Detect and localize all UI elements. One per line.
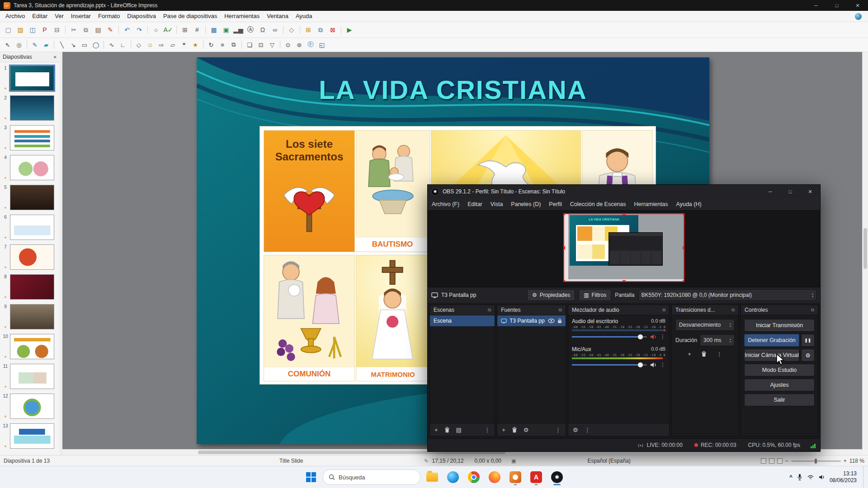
obs-menu-item[interactable]: Ayuda (H) <box>672 201 706 207</box>
slide-thumbnail-6[interactable]: 6 ✦ <box>0 212 60 242</box>
maximize-button[interactable]: □ <box>826 0 847 11</box>
line-arrow-icon[interactable]: ↘ <box>68 40 78 50</box>
slide-thumbnail[interactable] <box>10 304 54 329</box>
taskbar-item-obs[interactable]: ✱ <box>548 468 566 486</box>
separator[interactable] <box>104 41 104 49</box>
obs-menu-item[interactable]: Archivo (F) <box>428 201 463 207</box>
close-panel-icon[interactable]: ✕ <box>53 55 57 60</box>
separator[interactable] <box>65 26 66 34</box>
advanced-audio-icon[interactable]: ⚙ <box>573 427 578 433</box>
slide-thumbnail[interactable] <box>10 274 54 300</box>
taskbar-item-edge[interactable] <box>444 468 462 486</box>
slide-thumbnail-2[interactable]: 2 ✦ <box>0 93 60 123</box>
crop-image-icon[interactable]: ⊡ <box>256 40 266 50</box>
source-item[interactable]: T3 Pantalla pp <box>497 315 566 326</box>
virtual-camera-config-icon[interactable]: ⚙ <box>801 349 815 361</box>
duplicate-slide-icon[interactable]: ⧉ <box>315 24 326 35</box>
resize-handle[interactable] <box>683 246 684 249</box>
volume-icon[interactable] <box>819 474 825 480</box>
network-icon[interactable] <box>807 474 814 480</box>
fill-color-icon[interactable]: ▰ <box>41 40 51 50</box>
menu-item[interactable]: Ventana <box>263 11 292 22</box>
insert-table-icon[interactable]: ▦ <box>208 24 219 35</box>
pause-recording-button[interactable]: ❚❚ <box>801 334 815 347</box>
separator[interactable] <box>300 26 300 34</box>
paste-icon[interactable]: ▤ <box>93 24 104 35</box>
separator[interactable] <box>205 26 206 34</box>
special-character-icon[interactable]: Ω <box>257 24 268 35</box>
obs-maximize-button[interactable]: □ <box>780 185 800 198</box>
basic-shapes-icon[interactable]: ◇ <box>134 40 144 50</box>
fontwork-icon[interactable]: Ⓕ <box>306 40 316 50</box>
snap-guides-icon[interactable]: # <box>192 24 203 35</box>
show-desktop-strip[interactable] <box>863 466 865 488</box>
slide-thumbnail[interactable] <box>10 364 54 389</box>
studio-mode-button[interactable]: Modo Estudio <box>744 364 815 376</box>
impress-titlebar[interactable]: ▱ Tarea 3, Situación de aprendizaje.pptx… <box>0 0 868 11</box>
connector-icon[interactable]: ∟ <box>118 40 128 50</box>
selection-mode-icon[interactable]: ▣ <box>511 458 516 464</box>
channel-more-icon[interactable]: ⋮ <box>660 333 665 340</box>
separator[interactable] <box>54 41 54 49</box>
menu-item[interactable]: Formato <box>94 11 123 22</box>
spinner-icon[interactable]: ▴▾ <box>812 292 813 298</box>
slide-thumbnail[interactable] <box>10 215 54 240</box>
popout-icon[interactable]: ⧉ <box>811 307 814 313</box>
taskbar-search[interactable]: Búsqueda <box>323 469 420 485</box>
obs-menu-item[interactable]: Herramientas <box>630 201 672 207</box>
tray-overflow-icon[interactable]: ^ <box>789 474 793 480</box>
fit-page-icon[interactable] <box>761 458 766 464</box>
vertical-scrollbar[interactable] <box>862 52 868 450</box>
callouts-icon[interactable]: ❝ <box>179 40 189 50</box>
obs-menu-item[interactable]: Vista <box>486 201 507 207</box>
curve-icon[interactable]: ∿ <box>107 40 117 50</box>
insert-image-icon[interactable]: ▣ <box>221 24 231 35</box>
print-icon[interactable]: ⊟ <box>52 24 62 35</box>
clone-formatting-icon[interactable]: ✎ <box>105 24 116 35</box>
separator[interactable] <box>147 26 148 34</box>
obs-menu-item[interactable]: Editar <box>463 201 486 207</box>
popout-icon[interactable]: ⧉ <box>488 307 491 313</box>
block-arrows-icon[interactable]: ⇨ <box>156 40 166 50</box>
speaker-icon[interactable] <box>650 362 657 368</box>
obs-menu-item[interactable]: Colección de Escenas <box>566 201 630 207</box>
properties-button[interactable]: ⚙ Propiedades <box>527 289 575 301</box>
slide-thumbnail[interactable] <box>10 155 54 180</box>
menu-item[interactable]: Pase de diapositivas <box>160 11 221 22</box>
popout-icon[interactable]: ⧉ <box>559 307 562 313</box>
transition-more-icon[interactable]: ⋮ <box>717 351 722 357</box>
slide-thumbnail-7[interactable]: 7 ✦ <box>0 242 60 272</box>
show-draw-functions-icon[interactable]: ◇ <box>286 24 297 35</box>
menu-item[interactable]: Ver <box>51 11 67 22</box>
virtual-camera-button[interactable]: Iniciar Cámara Virtual <box>744 349 799 361</box>
zoom-slider-knob[interactable] <box>815 459 817 464</box>
resize-handle[interactable] <box>563 246 565 249</box>
remove-transition-icon[interactable] <box>701 351 707 357</box>
insert-line-icon[interactable]: ╲ <box>57 40 67 50</box>
duration-spinbox[interactable]: 300 ms ▴▾ <box>700 334 735 346</box>
obs-menu-item[interactable]: Paneles (D) <box>507 201 545 207</box>
screen-select[interactable]: BK550Y: 868x488 @ 0,0 (Monitor princip… <box>638 289 816 301</box>
vertical-scrollbar-thumb[interactable] <box>863 228 867 269</box>
menu-item[interactable]: Insertar <box>67 11 94 22</box>
separator[interactable] <box>341 26 341 34</box>
taskbar-item-explorer[interactable] <box>423 468 441 486</box>
slide-thumbnail[interactable] <box>10 66 54 91</box>
minimize-button[interactable]: ─ <box>806 0 826 11</box>
close-button[interactable]: ✕ <box>847 0 868 11</box>
start-button[interactable] <box>302 468 320 486</box>
separator[interactable] <box>283 26 283 34</box>
volume-slider[interactable] <box>572 364 647 366</box>
obs-titlebar[interactable]: ✱ OBS 29.1.2 - Perfil: Sin Título - Esce… <box>428 185 820 198</box>
resize-handle[interactable] <box>563 280 565 282</box>
slide-thumbnail[interactable] <box>10 95 54 121</box>
zoom-in-icon[interactable]: + <box>844 458 847 464</box>
source-properties-icon[interactable]: ⚙ <box>524 427 529 433</box>
extrusion-icon[interactable]: ◱ <box>317 40 327 50</box>
settings-button[interactable]: Ajustes <box>744 379 815 391</box>
stop-recording-button[interactable]: Detener Grabación <box>744 334 799 347</box>
separator[interactable] <box>241 41 242 49</box>
slide-thumbnail-8[interactable]: 8 ✦ <box>0 272 60 302</box>
resize-handle[interactable] <box>563 213 565 215</box>
zoom-icon[interactable]: ◎ <box>14 40 24 50</box>
